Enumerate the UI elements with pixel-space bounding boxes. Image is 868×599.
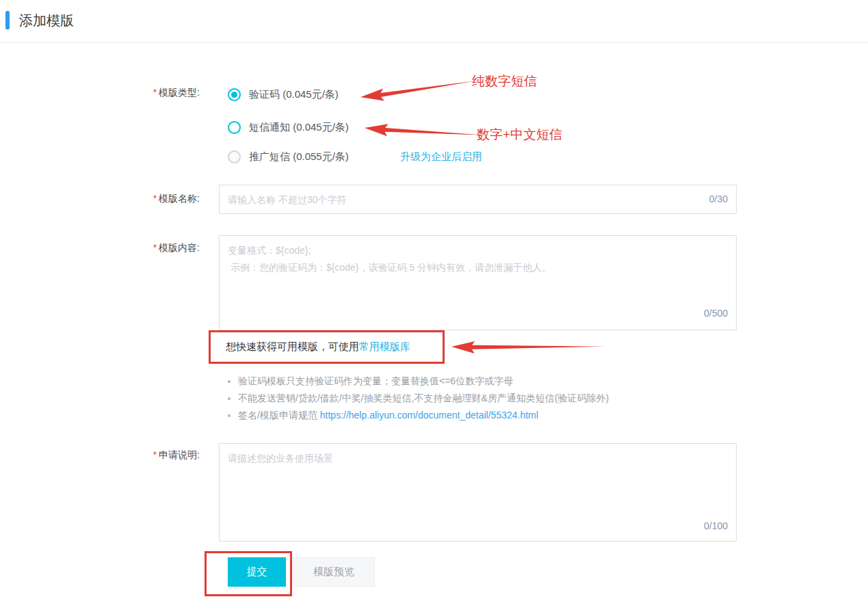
application-note-label: *申请说明: — [96, 449, 200, 462]
annotation-pure-digit: 纯数字短信 — [472, 72, 537, 90]
name-char-counter: 0/30 — [709, 194, 728, 204]
radio-label: 推广短信 (0.055元/条) — [249, 150, 349, 163]
required-mark: * — [153, 242, 157, 253]
required-mark: * — [153, 449, 157, 460]
application-char-counter: 0/100 — [704, 520, 728, 531]
required-mark: * — [153, 87, 157, 98]
submit-button[interactable]: 提交 — [228, 557, 286, 587]
quick-tip-text: 想快速获得可用模版，可使用常用模版库 — [226, 341, 410, 354]
radio-label: 验证码 (0.045元/条) — [249, 88, 339, 101]
template-content-label: *模版内容: — [96, 242, 200, 254]
application-note-textarea[interactable] — [220, 444, 736, 541]
radio-disabled-icon — [228, 150, 241, 163]
annotation-arrow-left-icon — [360, 78, 478, 104]
template-name-label: *模版名称: — [96, 193, 200, 205]
upgrade-to-enterprise-link[interactable]: 升级为企业后启用 — [400, 150, 482, 163]
radio-option-sms-notice[interactable]: 短信通知 (0.045元/条) — [228, 120, 349, 134]
add-template-page: 添加模版 *模版类型: 验证码 (0.045元/条) 短信通知 (0.045元/… — [0, 0, 868, 599]
note-item: 不能发送营销/贷款/借款/中奖/抽奖类短信,不支持金融理财&房产通知类短信(验证… — [238, 390, 609, 407]
template-name-input[interactable] — [220, 185, 736, 213]
template-content-textarea[interactable] — [220, 236, 736, 330]
required-mark: * — [153, 193, 157, 204]
title-accent-bar — [5, 11, 10, 29]
template-name-field-box — [219, 185, 737, 214]
template-preview-button[interactable]: 模版预览 — [293, 557, 375, 587]
template-type-label: *模版类型: — [96, 87, 200, 99]
annotation-digit-chinese: 数字+中文短信 — [477, 126, 562, 144]
template-content-field-box — [219, 235, 737, 330]
note-item: 验证码模板只支持验证码作为变量；变量替换值<=6位数字或字母 — [238, 373, 609, 390]
application-note-field-box — [219, 443, 737, 542]
template-spec-doc-link[interactable]: https://help.aliyun.com/document_detail/… — [320, 410, 538, 421]
annotation-arrow-left-icon — [451, 340, 606, 358]
header-divider — [0, 42, 868, 43]
content-char-counter: 0/500 — [704, 308, 728, 319]
radio-unselected-icon[interactable] — [228, 121, 241, 134]
radio-option-promo-sms: 推广短信 (0.055元/条) — [228, 150, 349, 163]
radio-option-verification-code[interactable]: 验证码 (0.045元/条) — [228, 88, 339, 101]
notes-list: 验证码模板只支持验证码作为变量；变量替换值<=6位数字或字母 不能发送营销/贷款… — [238, 373, 609, 424]
radio-label: 短信通知 (0.045元/条) — [249, 121, 349, 134]
page-title: 添加模版 — [19, 12, 74, 30]
radio-selected-icon[interactable] — [228, 88, 241, 101]
common-template-library-link[interactable]: 常用模版库 — [359, 341, 410, 352]
annotation-arrow-left-icon — [364, 121, 484, 146]
note-item: 签名/模版申请规范 https://help.aliyun.com/docume… — [238, 407, 609, 424]
